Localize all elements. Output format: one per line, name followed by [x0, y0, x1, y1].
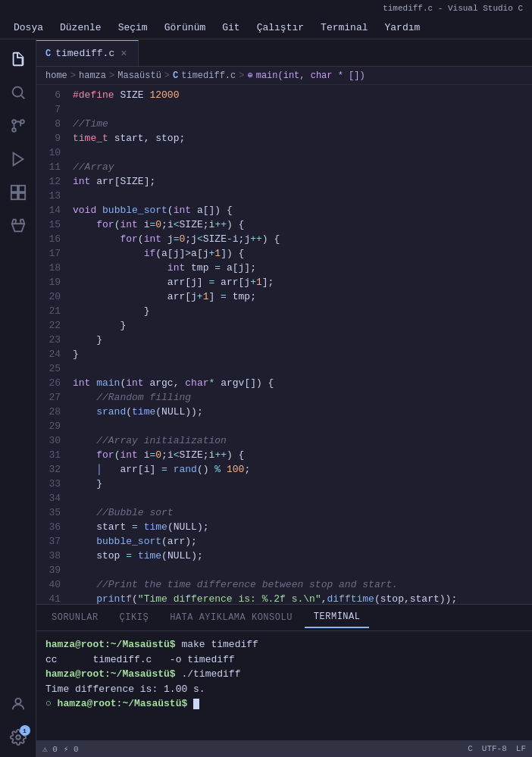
breadcrumb-user[interactable]: hamza [79, 70, 106, 81]
terminal-cmd-1: make timediff [181, 639, 258, 650]
menu-terminal[interactable]: Terminal [313, 19, 375, 36]
files-icon[interactable] [5, 45, 32, 73]
tab-terminal[interactable]: TERMİNAL [305, 607, 370, 628]
breadcrumb-folder[interactable]: Masaüstü [117, 70, 161, 81]
code-line-19: 19 arr[j] = arr[j+1]; [36, 275, 532, 289]
run-debug-icon[interactable] [5, 145, 32, 173]
menu-selection[interactable]: Seçim [111, 19, 155, 36]
code-line-38: 38 stop = time(NULL); [36, 549, 532, 563]
status-left: ⚠ 0 ⚡ 0 [42, 744, 79, 754]
status-language: C [468, 744, 473, 753]
status-eol: LF [516, 744, 526, 753]
settings-icon[interactable]: 1 [5, 724, 32, 751]
editor-tab-timediff[interactable]: C timediff.c × [36, 40, 139, 66]
code-line-13: 13 [36, 189, 532, 203]
code-line-14: 14 void bubble_sort(int a[]) { [36, 203, 532, 217]
testing-icon[interactable] [5, 212, 32, 239]
breadcrumb: home > hamza > Masaüstü > C timediff.c >… [36, 67, 532, 85]
menu-bar: Dosya Düzenle Seçim Görünüm Git Çalıştır… [0, 17, 532, 39]
code-line-18: 18 int tmp = a[j]; [36, 261, 532, 275]
terminal-line-2: cc timediff.c -o timediff [45, 652, 523, 668]
code-line-6: 6 #define SIZE 12000 [36, 88, 532, 102]
svg-point-2 [12, 120, 16, 124]
terminal-content[interactable]: hamza@root:~/Masaüstü$ make timediff cc … [36, 631, 532, 740]
tab-close-button[interactable]: × [119, 46, 128, 61]
status-warnings[interactable]: ⚡ 0 [64, 744, 79, 754]
tab-filename: timediff.c [55, 48, 114, 59]
terminal-prompt-3: ○ hamza@root:~/Masaüstü$ [45, 698, 193, 709]
terminal-cursor [193, 699, 199, 709]
terminal-prompt-2: hamza@root:~/Masaüstü$ [45, 668, 181, 680]
svg-point-11 [16, 735, 20, 740]
terminal-line-1: hamza@root:~/Masaüstü$ make timediff [45, 637, 523, 652]
tab-output[interactable]: ÇIKIŞ [111, 608, 158, 627]
extensions-icon[interactable] [5, 179, 32, 206]
tab-debug-console[interactable]: HATA AYIKLAMA KONSOLU [161, 608, 302, 627]
code-line-40: 40 //Print the time difference between s… [36, 577, 532, 592]
code-line-34: 34 [36, 491, 532, 505]
menu-run[interactable]: Çalıştır [249, 19, 311, 36]
code-line-10: 10 [36, 145, 532, 160]
code-line-20: 20 arr[j+1] = tmp; [36, 289, 532, 304]
status-right: C UTF-8 LF [468, 744, 526, 753]
breadcrumb-sep-4: > [239, 70, 244, 81]
breadcrumb-sep-2: > [109, 70, 114, 81]
code-line-21: 21 } [36, 304, 532, 318]
breadcrumb-sep-1: > [70, 70, 76, 81]
code-line-16: 16 for(int j=0;j<SIZE-i;j++) { [36, 232, 532, 246]
terminal-output-2: Time difference is: 1.00 s. [45, 683, 205, 695]
svg-point-0 [12, 87, 22, 97]
terminal-line-3: hamza@root:~/Masaüstü$ ./timediff [45, 667, 523, 682]
code-line-12: 12 int arr[SIZE]; [36, 174, 532, 189]
code-line-23: 23 } [36, 333, 532, 347]
title-bar: timediff.c - Visual Studio C [0, 0, 532, 17]
editor-area: C timediff.c × home > hamza > Masaüstü >… [36, 39, 532, 757]
svg-point-4 [12, 128, 16, 132]
source-control-icon[interactable] [5, 112, 32, 139]
code-line-32: 32 │ arr[i] = rand() % 100; [36, 462, 532, 477]
code-line-28: 28 srand(time(NULL)); [36, 405, 532, 419]
status-errors[interactable]: ⚠ 0 [42, 744, 58, 754]
code-line-37: 37 bubble_sort(arr); [36, 534, 532, 549]
code-line-26: 26 int main(int argc, char* argv[]) { [36, 376, 532, 390]
terminal-line-4: Time difference is: 1.00 s. [45, 682, 523, 697]
svg-rect-9 [18, 193, 24, 199]
breadcrumb-sep-3: > [164, 70, 170, 81]
menu-edit[interactable]: Düzenle [52, 19, 109, 36]
menu-help[interactable]: Yardım [377, 19, 428, 36]
breadcrumb-func[interactable]: main(int, char * []) [256, 70, 365, 81]
code-line-8: 8 //Time [36, 117, 532, 131]
menu-git[interactable]: Git [214, 19, 247, 36]
menu-view[interactable]: Görünüm [157, 19, 214, 36]
code-line-22: 22 } [36, 318, 532, 333]
main-layout: 1 C timediff.c × home > hamza > Masaüstü… [0, 39, 532, 757]
tab-bar: C timediff.c × [36, 39, 532, 67]
code-line-24: 24 } [36, 347, 532, 361]
svg-marker-5 [13, 153, 23, 166]
svg-rect-7 [18, 186, 24, 192]
menu-file[interactable]: Dosya [6, 19, 51, 36]
code-line-11: 11 //Array [36, 160, 532, 174]
code-editor[interactable]: 6 #define SIZE 12000 7 8 //Time 9 time_t… [36, 85, 532, 604]
code-line-35: 35 //Bubble sort [36, 505, 532, 520]
code-line-29: 29 [36, 419, 532, 433]
search-icon[interactable] [5, 79, 32, 106]
breadcrumb-func-icon: ⊕ [247, 70, 252, 81]
terminal-output-1: cc timediff.c -o timediff [45, 654, 235, 665]
account-icon[interactable] [5, 690, 32, 718]
notification-badge: 1 [20, 725, 30, 736]
code-line-25: 25 [36, 361, 532, 376]
code-line-27: 27 //Random filling [36, 390, 532, 405]
svg-rect-8 [11, 193, 17, 199]
panel-tab-bar: SORUNLAR ÇIKIŞ HATA AYIKLAMA KONSOLU TER… [36, 605, 532, 631]
code-line-33: 33 } [36, 477, 532, 491]
breadcrumb-home[interactable]: home [45, 70, 67, 81]
tab-problems[interactable]: SORUNLAR [42, 608, 108, 627]
code-line-9: 9 time_t start, stop; [36, 131, 532, 145]
code-line-15: 15 for(int i=0;i<SIZE;i++) { [36, 217, 532, 232]
activity-bar: 1 [0, 39, 36, 757]
title-text: timediff.c - Visual Studio C [383, 4, 523, 13]
c-language-icon: C [45, 48, 51, 59]
breadcrumb-file[interactable]: timediff.c [181, 70, 236, 81]
svg-rect-6 [11, 186, 17, 192]
